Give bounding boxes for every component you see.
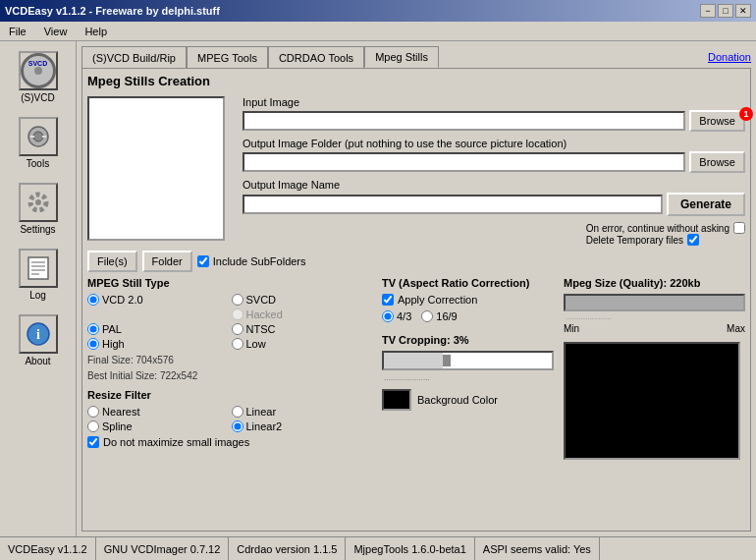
status-vcdeasay: VCDEasy v1.1.2 — [0, 537, 96, 560]
radio-ntsc-input[interactable] — [232, 323, 243, 335]
ratio-16-9-label: 16/9 — [436, 310, 457, 322]
radio-linear2: Linear2 — [232, 420, 373, 432]
maximize-button[interactable]: □ — [718, 4, 733, 18]
radio-high: High — [87, 338, 229, 350]
radio-low-input[interactable] — [232, 338, 243, 350]
mpeg-still-type-title: MPEG Still Type — [87, 277, 372, 289]
radio-low: Low — [232, 338, 373, 350]
tab-svcd-build[interactable]: (S)VCD Build/Rip — [81, 46, 187, 68]
mpeg-size-slider[interactable] — [564, 294, 745, 311]
output-name-field[interactable] — [243, 195, 663, 214]
crop-slider[interactable] — [382, 351, 554, 370]
apply-correction-row: Apply Correction — [382, 294, 554, 306]
input-image-input-row: Browse 1 — [243, 110, 745, 132]
menu-view[interactable]: View — [40, 25, 72, 38]
sidebar-item-svcd[interactable]: SVCD (S)VCD — [5, 46, 72, 108]
best-initial-size: Best Initial Size: 722x542 — [87, 370, 372, 381]
svg-rect-3 — [42, 136, 46, 138]
log-icon — [19, 249, 58, 288]
delete-temp-label: Delete Temporary files — [586, 235, 683, 246]
files-button[interactable]: File(s) — [87, 251, 137, 272]
ratio-4-3-input[interactable] — [382, 310, 394, 322]
tv-aspect-title: TV (Aspect Ratio Correction) — [382, 277, 554, 289]
crop-slider-handle[interactable] — [443, 355, 451, 366]
input-image-row: Input Image Browse 1 — [243, 96, 745, 132]
include-subfolders-checkbox[interactable] — [197, 255, 209, 267]
sidebar-item-settings[interactable]: Settings — [5, 178, 72, 240]
sidebar-item-tools[interactable]: Tools — [5, 112, 72, 174]
no-maximize-checkbox[interactable] — [87, 436, 99, 448]
no-maximize-row: Do not maximize small images — [87, 436, 372, 448]
radio-hacked-input[interactable] — [232, 308, 243, 320]
tools-icon — [19, 117, 58, 156]
sidebar-label-tools: Tools — [27, 158, 49, 169]
radio-ntsc: NTSC — [232, 323, 373, 335]
status-mjpegtools: MjpegTools 1.6.0-beta1 — [346, 537, 474, 560]
delete-temp-checkbox[interactable] — [687, 234, 699, 246]
generate-button[interactable]: Generate — [667, 193, 745, 216]
sidebar-item-about[interactable]: i About — [5, 309, 72, 371]
on-error-checkbox[interactable] — [733, 222, 745, 234]
content-area: (S)VCD Build/Rip MPEG Tools CDRDAO Tools… — [77, 41, 756, 536]
content-columns: MPEG Still Type VCD 2.0 SVCD Hacked — [87, 277, 745, 460]
sidebar-label-log: Log — [29, 290, 46, 301]
col-mid: TV (Aspect Ratio Correction) Apply Corre… — [382, 277, 554, 460]
tab-cdrdao-tools[interactable]: CDRDAO Tools — [268, 46, 364, 68]
menu-help[interactable]: Help — [81, 25, 111, 38]
close-button[interactable]: ✕ — [735, 4, 751, 18]
panel-title: Mpeg Stills Creation — [87, 74, 745, 88]
tv-cropping-section: TV Cropping: 3% ····················· — [382, 334, 554, 411]
resize-filter-title: Resize Filter — [87, 389, 372, 401]
svg-text:i: i — [36, 327, 40, 342]
sidebar-label-about: About — [25, 356, 50, 366]
minimize-button[interactable]: − — [700, 4, 716, 18]
radio-vcd20-input[interactable] — [87, 294, 99, 306]
radio-spline-label: Spline — [102, 420, 133, 432]
folder-button[interactable]: Folder — [142, 251, 192, 272]
radio-nearest-input[interactable] — [87, 406, 99, 418]
output-name-row: Output Image Name Generate — [243, 179, 745, 216]
ratio-16-9-input[interactable] — [421, 310, 433, 322]
output-folder-label: Output Image Folder (put nothing to use … — [243, 138, 745, 149]
output-folder-input-row: Browse — [243, 151, 745, 173]
radio-linear-input[interactable] — [232, 406, 243, 418]
svg-point-5 — [35, 199, 41, 205]
disc-icon: SVCD — [19, 51, 58, 90]
browse-button-1[interactable]: Browse — [689, 110, 745, 132]
resize-filter-options: Nearest Linear Spline — [87, 406, 372, 432]
radio-svcd-input[interactable] — [232, 294, 243, 306]
final-size: Final Size: 704x576 — [87, 355, 372, 365]
crop-slider-fill — [384, 353, 443, 368]
radio-high-input[interactable] — [87, 338, 99, 350]
disc-visual: SVCD — [21, 53, 56, 88]
tab-mpeg-tools[interactable]: MPEG Tools — [187, 46, 268, 68]
main-layout: SVCD (S)VCD Tools — [0, 41, 756, 536]
background-color-swatch[interactable] — [382, 389, 411, 411]
output-folder-field[interactable] — [243, 152, 685, 172]
apply-correction-checkbox[interactable] — [382, 294, 394, 306]
tab-mpeg-stills[interactable]: Mpeg Stills — [364, 46, 439, 68]
status-cdrdao: Cdrdao version 1.1.5 — [229, 537, 346, 560]
col-right: Mpeg Size (Quality): 220kb ·············… — [564, 277, 745, 460]
svg-rect-6 — [28, 257, 48, 279]
checkbox-right-area: On error, continue without asking Delete… — [243, 222, 745, 246]
radio-linear: Linear — [232, 406, 373, 418]
no-maximize-label: Do not maximize small images — [103, 436, 249, 448]
donation-link[interactable]: Donation — [708, 51, 751, 63]
browse-button-2[interactable]: Browse — [689, 151, 745, 173]
mpeg-size-title: Mpeg Size (Quality): 220kb — [564, 277, 745, 289]
menu-file[interactable]: File — [5, 25, 30, 38]
radio-pal-input[interactable] — [87, 323, 99, 335]
sidebar-item-log[interactable]: Log — [5, 244, 72, 306]
tv-cropping-title: TV Cropping: 3% — [382, 334, 554, 346]
ratio-options: 4/3 16/9 — [382, 310, 554, 322]
radio-spline-input[interactable] — [87, 420, 99, 432]
radio-linear2-input[interactable] — [232, 420, 243, 432]
browse-badge: 1 — [739, 107, 753, 121]
mpeg-slider-fill — [566, 296, 743, 309]
radio-svcd-label: SVCD — [246, 294, 277, 306]
ratio-4-3-label: 4/3 — [397, 310, 411, 322]
input-image-field[interactable] — [243, 111, 685, 131]
on-error-label: On error, continue without asking — [586, 223, 729, 234]
mpeg-size-min: Min — [564, 323, 579, 334]
